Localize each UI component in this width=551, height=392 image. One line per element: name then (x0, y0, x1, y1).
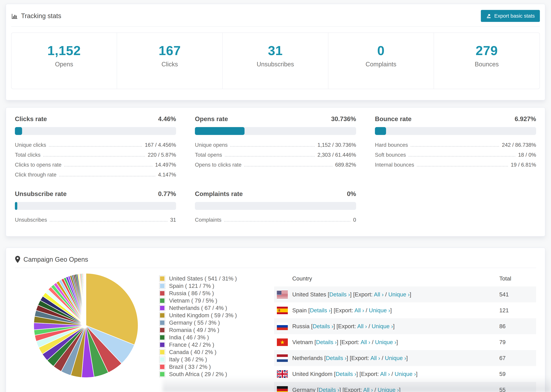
geo-table-total-cell: 121 (499, 307, 536, 314)
rate-item-value: 19 / 6.81% (511, 162, 536, 168)
rate-progress-track (15, 127, 176, 135)
country-name: Netherlands [ (292, 355, 326, 361)
rate-item-value: 167 / 4.456% (145, 142, 176, 148)
rate-item-label: Unique clicks (15, 142, 46, 148)
legend-item[interactable]: Canada ( 40 / 2% ) (160, 348, 248, 356)
geo-table-row: United Kingdom [Details ›] [Export: All … (274, 366, 536, 382)
legend-item[interactable]: India ( 46 / 3% ) (160, 334, 248, 341)
legend-item[interactable]: Vietnam ( 79 / 5% ) (160, 297, 248, 304)
legend-swatch (160, 320, 165, 325)
legend-item[interactable]: United States ( 541 / 31% ) (160, 275, 248, 282)
legend-item[interactable]: Italy ( 36 / 2% ) (160, 356, 248, 363)
gb-flag-icon (277, 370, 288, 378)
geo-pie-chart[interactable] (33, 273, 139, 378)
summary-stat-cell: 279Bounces (434, 33, 540, 89)
legend-item[interactable]: Brazil ( 33 / 2% ) (160, 363, 248, 371)
dotted-leader (411, 143, 499, 147)
export-unique-link[interactable]: Unique › (372, 323, 393, 329)
rate-block-unsubscribe-rate: Unsubscribe rate0.77%Unsubscribes31 (15, 190, 176, 225)
export-unique-link[interactable]: Unique › (385, 355, 406, 361)
legend-item[interactable]: Romania ( 49 / 3% ) (160, 326, 248, 334)
legend-label: United States ( 541 / 31% ) (169, 275, 237, 282)
rate-item-value: 14.497% (155, 162, 176, 168)
details-link[interactable]: Details › (336, 371, 356, 377)
rate-item-label: Clicks to opens rate (15, 162, 61, 168)
tracking-stats-page: Tracking stats Export basic stats 1,152O… (0, 0, 551, 392)
rate-block-header: Unsubscribe rate0.77% (15, 190, 176, 197)
geo-table-row: Germany [Details ›] [Export: All › / Uni… (274, 382, 536, 392)
export-unique-link[interactable]: Unique › (369, 307, 390, 314)
details-link[interactable]: Details › (326, 355, 346, 361)
legend-item[interactable]: Germany ( 55 / 3% ) (160, 319, 248, 326)
export-label: ] [Export: (350, 291, 374, 298)
export-unique-link[interactable]: Unique › (375, 339, 396, 345)
export-unique-link[interactable]: Unique › (395, 371, 416, 377)
legend-item[interactable]: France ( 42 / 2% ) (160, 341, 248, 348)
rate-item-label: Total clicks (15, 152, 41, 158)
geo-table-country-cell: United Kingdom [Details ›] [Export: All … (292, 371, 499, 377)
country-name: Germany [ (292, 387, 319, 392)
details-link[interactable]: Details › (319, 387, 339, 392)
bracket-close: ] (393, 323, 395, 329)
country-name: Russia [ (292, 323, 313, 329)
dotted-leader (43, 153, 145, 157)
bracket-close: ] (416, 371, 417, 377)
link-separator: / (380, 355, 385, 361)
rate-progress-fill (15, 127, 22, 135)
details-link[interactable]: Details › (316, 339, 337, 345)
dotted-leader (417, 163, 508, 167)
geo-table: Country Total United States [Details ›] … (274, 271, 536, 392)
rate-items: Complaints0 (195, 215, 356, 225)
export-all-link[interactable]: All › (357, 323, 367, 329)
legend-item[interactable]: Netherlands ( 67 / 4% ) (160, 304, 248, 312)
rate-block-header: Clicks rate4.46% (15, 115, 176, 123)
export-all-link[interactable]: All › (354, 307, 364, 314)
rate-block-header: Complaints rate0% (195, 190, 356, 197)
export-unique-link[interactable]: Unique › (378, 387, 399, 392)
legend-swatch (160, 305, 165, 311)
link-separator: / (373, 387, 378, 392)
rate-progress-fill (15, 202, 17, 210)
rate-item-value: 4.147% (158, 172, 176, 178)
geo-table-country-cell: Vietnam [Details ›] [Export: All › / Uni… (292, 339, 499, 345)
summary-stat-cell: 31Unsubscribes (223, 33, 328, 89)
rate-block-bounce-rate: Bounce rate6.927%Hard bounces242 / 86.73… (375, 115, 536, 180)
geo-table-header-row: Country Total (274, 271, 536, 287)
pie-slice[interactable] (86, 273, 86, 325)
rate-item: Complaints0 (195, 215, 356, 225)
details-link[interactable]: Details › (313, 323, 333, 329)
export-all-link[interactable]: All › (363, 387, 373, 392)
details-link[interactable]: Details › (329, 291, 350, 298)
geo-table-row: United States [Details ›] [Export: All ›… (274, 287, 536, 302)
legend-label: Romania ( 49 / 3% ) (169, 327, 219, 333)
legend-item[interactable]: United Kingdom ( 59 / 3% ) (160, 312, 248, 319)
rate-value: 6.927% (515, 115, 536, 123)
bracket-close: ] (410, 291, 411, 298)
rate-item-label: Hard bounces (375, 142, 408, 148)
stat-value: 167 (117, 43, 222, 58)
export-all-link[interactable]: All › (360, 339, 370, 345)
export-all-link[interactable]: All › (374, 291, 384, 298)
export-label: ] [Export: (331, 307, 354, 314)
rate-value: 4.46% (158, 115, 176, 123)
rate-items: Unsubscribes31 (15, 215, 176, 225)
summary-stats-strip: 1,152Opens167Clicks31Unsubscribes0Compla… (11, 33, 540, 89)
rate-items: Hard bounces242 / 86.738%Soft bounces18 … (375, 140, 536, 170)
summary-stat-cell: 0Complaints (328, 33, 434, 89)
legend-item[interactable]: South Africa ( 29 / 2% ) (160, 371, 248, 378)
legend-swatch (160, 364, 165, 370)
country-name: Spain [ (292, 307, 310, 314)
link-separator: / (384, 291, 389, 298)
geo-table-country-cell: Russia [Details ›] [Export: All › / Uniq… (292, 323, 499, 329)
export-basic-stats-button[interactable]: Export basic stats (481, 10, 540, 22)
rate-item: Total clicks220 / 5.87% (15, 150, 176, 160)
es-flag-icon (277, 307, 288, 314)
geo-table-body: United States [Details ›] [Export: All ›… (274, 287, 536, 392)
legend-item[interactable]: Russia ( 86 / 5% ) (160, 290, 248, 297)
details-link[interactable]: Details › (310, 307, 331, 314)
export-unique-link[interactable]: Unique › (388, 291, 410, 298)
legend-item[interactable]: Spain ( 121 / 7% ) (160, 282, 248, 290)
export-all-link[interactable]: All › (370, 355, 380, 361)
export-all-link[interactable]: All › (380, 371, 390, 377)
legend-label: Russia ( 86 / 5% ) (169, 290, 214, 297)
